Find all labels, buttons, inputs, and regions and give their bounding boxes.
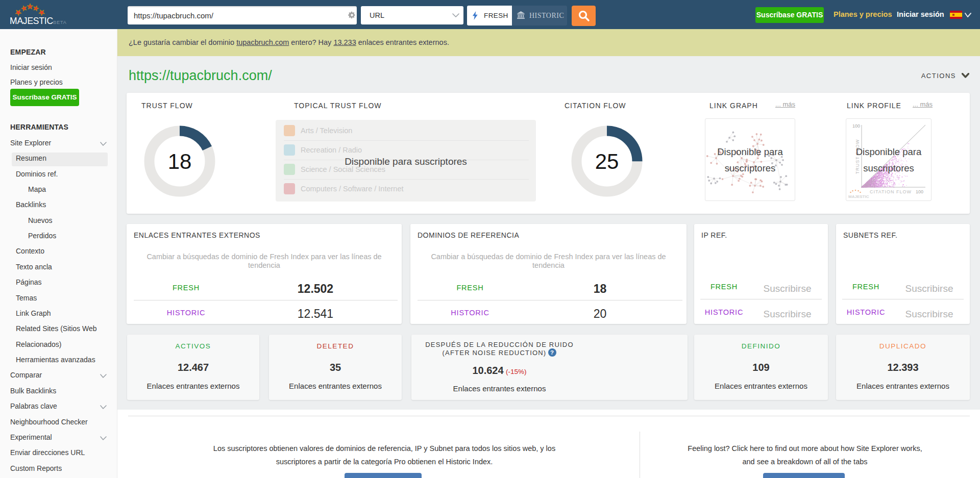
svg-text:MAJESTIC: MAJESTIC [10, 16, 53, 26]
svg-text:MAJESTIC: MAJESTIC [848, 194, 869, 199]
svg-text:100: 100 [852, 123, 860, 129]
svg-text:100: 100 [916, 189, 923, 194]
svg-text:?: ? [550, 349, 554, 356]
svg-text:BETA: BETA [53, 19, 67, 25]
svg-text:18: 18 [168, 149, 192, 173]
svg-text:25: 25 [595, 149, 619, 173]
svg-text:CITATION FLOW: CITATION FLOW [870, 189, 912, 194]
